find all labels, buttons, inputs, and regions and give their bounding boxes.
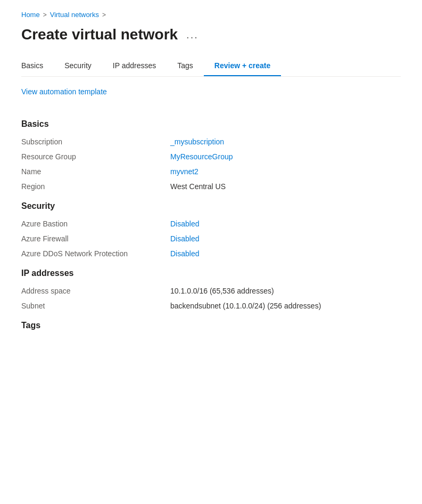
tabs-container: Basics Security IP addresses Tags Review… (21, 56, 401, 77)
field-label-subnet: Subnet (21, 302, 170, 310)
field-azure-firewall: Azure Firewall Disabled (21, 234, 401, 243)
basics-section: Basics Subscription _mysubscription Reso… (21, 119, 401, 191)
field-value-azure-bastion: Disabled (170, 220, 199, 228)
security-section: Security Azure Bastion Disabled Azure Fi… (21, 201, 401, 258)
tab-review-create[interactable]: Review + create (204, 56, 281, 76)
field-address-space: Address space 10.1.0.0/16 (65,536 addres… (21, 287, 401, 295)
breadcrumb-home[interactable]: Home (21, 11, 40, 19)
field-label-name: Name (21, 167, 170, 176)
tab-tags[interactable]: Tags (167, 56, 204, 76)
page-title: Create virtual network (21, 26, 178, 43)
tags-section: Tags (21, 321, 401, 330)
automation-template-link[interactable]: View automation template (21, 87, 107, 96)
field-value-subnet: backendsubnet (10.1.0.0/24) (256 address… (170, 302, 321, 310)
ellipsis-button[interactable]: ... (184, 29, 201, 41)
security-section-title: Security (21, 201, 401, 211)
field-value-subscription: _mysubscription (170, 137, 224, 146)
ip-addresses-section: IP addresses Address space 10.1.0.0/16 (… (21, 269, 401, 310)
field-subscription: Subscription _mysubscription (21, 137, 401, 146)
field-resource-group: Resource Group MyResourceGroup (21, 152, 401, 161)
field-value-azure-firewall: Disabled (170, 234, 199, 243)
field-label-resource-group: Resource Group (21, 152, 170, 161)
breadcrumb: Home > Virtual networks > (21, 11, 401, 19)
breadcrumb-virtual-networks[interactable]: Virtual networks (50, 11, 99, 19)
field-label-address-space: Address space (21, 287, 170, 295)
field-azure-bastion: Azure Bastion Disabled (21, 220, 401, 228)
field-label-region: Region (21, 182, 170, 191)
field-name: Name myvnet2 (21, 167, 401, 176)
tab-security[interactable]: Security (54, 56, 102, 76)
tags-section-title: Tags (21, 321, 401, 330)
field-label-azure-bastion: Azure Bastion (21, 220, 170, 228)
field-region: Region West Central US (21, 182, 401, 191)
field-value-name: myvnet2 (170, 167, 198, 176)
field-label-subscription: Subscription (21, 137, 170, 146)
field-subnet: Subnet backendsubnet (10.1.0.0/24) (256 … (21, 302, 401, 310)
field-value-address-space: 10.1.0.0/16 (65,536 addresses) (170, 287, 274, 295)
field-label-azure-firewall: Azure Firewall (21, 234, 170, 243)
ip-addresses-section-title: IP addresses (21, 269, 401, 278)
breadcrumb-separator-2: > (102, 11, 106, 19)
field-value-resource-group: MyResourceGroup (170, 152, 233, 161)
basics-section-title: Basics (21, 119, 401, 129)
breadcrumb-separator-1: > (43, 11, 47, 19)
tab-ip-addresses[interactable]: IP addresses (102, 56, 167, 76)
page-title-row: Create virtual network ... (21, 26, 401, 43)
field-azure-ddos: Azure DDoS Network Protection Disabled (21, 249, 401, 258)
field-label-azure-ddos: Azure DDoS Network Protection (21, 249, 170, 258)
field-value-region: West Central US (170, 182, 226, 191)
page-container: Home > Virtual networks > Create virtual… (0, 0, 422, 362)
tab-basics[interactable]: Basics (21, 56, 54, 76)
field-value-azure-ddos: Disabled (170, 249, 199, 258)
